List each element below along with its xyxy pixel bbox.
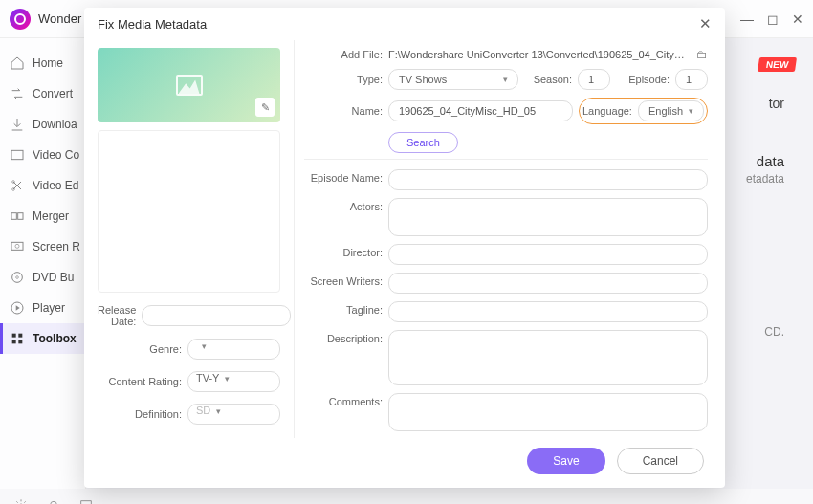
sidebar-label: Video Ed <box>33 179 79 192</box>
release-date-input[interactable] <box>142 305 291 326</box>
svg-point-7 <box>12 273 23 283</box>
close-icon[interactable]: ✕ <box>699 15 712 33</box>
maximize-button[interactable]: ◻ <box>767 12 779 26</box>
actors-label: Actors: <box>304 198 383 212</box>
settings-icon[interactable] <box>13 498 29 504</box>
name-label: Name: <box>304 105 383 117</box>
sidebar-item-video-compressor[interactable]: Video Co <box>0 140 85 170</box>
home-icon <box>10 55 25 71</box>
svg-rect-10 <box>12 334 16 338</box>
svg-rect-13 <box>18 340 22 343</box>
comments-label: Comments: <box>304 393 383 407</box>
svg-point-6 <box>15 244 19 248</box>
episode-label: Episode: <box>616 74 670 85</box>
sidebar-label: Downloa <box>33 118 77 131</box>
screenwriters-label: Screen Writers: <box>304 273 383 287</box>
language-label: Language: <box>582 105 632 117</box>
genre-select[interactable] <box>187 339 280 360</box>
actors-input[interactable] <box>388 198 708 236</box>
modal-footer: Save Cancel <box>84 438 725 488</box>
episode-input[interactable]: 1 <box>675 69 708 90</box>
toolbox-icon <box>10 331 25 346</box>
app-title: Wonder <box>38 11 81 26</box>
sidebar-label: Merger <box>33 209 69 223</box>
language-select[interactable]: English <box>638 100 704 121</box>
bg-text: tor <box>769 96 784 111</box>
sidebar: Home Convert Downloa Video Co Video Ed M… <box>0 38 86 489</box>
sidebar-item-home[interactable]: Home <box>0 48 85 78</box>
footer-bar <box>0 489 813 504</box>
download-icon <box>10 117 25 132</box>
folder-icon[interactable]: 🗀 <box>696 48 708 61</box>
sidebar-item-converter[interactable]: Convert <box>0 78 85 109</box>
image-placeholder-icon <box>176 75 203 96</box>
save-button[interactable]: Save <box>527 448 604 474</box>
scissors-icon <box>10 178 25 193</box>
modal-left-panel: ✎ Release Date: Genre: Content Rating: T… <box>84 40 295 438</box>
svg-rect-11 <box>18 334 22 338</box>
app-logo <box>10 9 31 30</box>
bg-text: CD. <box>764 325 784 339</box>
svg-rect-5 <box>11 242 23 250</box>
sidebar-label: Convert <box>33 87 73 100</box>
tagline-label: Tagline: <box>304 301 383 316</box>
svg-point-8 <box>16 276 19 279</box>
file-path-text: F:\Wondershare UniConverter 13\Converted… <box>388 49 687 60</box>
sidebar-label: Video Co <box>33 148 79 162</box>
edit-preview-button[interactable]: ✎ <box>255 98 275 117</box>
screenwriters-input[interactable] <box>388 273 708 294</box>
search-button[interactable]: Search <box>388 132 458 153</box>
sidebar-label: Home <box>33 56 63 70</box>
record-icon <box>10 239 25 254</box>
sidebar-item-downloader[interactable]: Downloa <box>0 109 85 140</box>
language-highlight: Language: English <box>579 98 708 124</box>
sidebar-item-toolbox[interactable]: Toolbox <box>0 323 85 354</box>
sidebar-item-dvd-burner[interactable]: DVD Bu <box>0 262 85 293</box>
definition-select[interactable]: SD <box>187 404 280 425</box>
svg-rect-3 <box>11 213 16 220</box>
play-icon <box>10 300 25 316</box>
tagline-input[interactable] <box>388 301 708 322</box>
feedback-icon[interactable] <box>78 498 94 504</box>
content-rating-select[interactable]: TV-Y <box>187 371 280 392</box>
sidebar-item-player[interactable]: Player <box>0 293 85 323</box>
content-rating-label: Content Rating: <box>98 376 182 387</box>
sidebar-label: DVD Bu <box>33 271 74 284</box>
episode-name-label: Episode Name: <box>304 169 383 184</box>
modal-header: Fix Media Metadata ✕ <box>84 8 725 40</box>
thumbnail-placeholder <box>98 130 280 293</box>
director-label: Director: <box>304 244 383 258</box>
merge-icon <box>10 208 25 224</box>
bell-icon[interactable] <box>46 498 61 504</box>
disc-icon <box>10 270 25 285</box>
sidebar-label: Player <box>33 301 65 315</box>
sidebar-item-screen-recorder[interactable]: Screen R <box>0 231 85 262</box>
media-preview: ✎ <box>98 48 280 122</box>
cancel-button[interactable]: Cancel <box>617 448 704 474</box>
minimize-button[interactable]: — <box>740 12 754 26</box>
close-window-button[interactable]: ✕ <box>792 12 803 26</box>
season-label: Season: <box>524 74 572 85</box>
fix-metadata-modal: Fix Media Metadata ✕ ✎ Release Date: Gen… <box>84 8 725 488</box>
bg-text: etadata <box>746 172 784 186</box>
director-input[interactable] <box>388 244 708 265</box>
bg-text: data <box>757 153 784 169</box>
genre-label: Genre: <box>98 343 182 355</box>
type-select[interactable]: TV Shows <box>388 69 518 90</box>
episode-name-input[interactable] <box>388 169 708 190</box>
divider <box>304 159 708 160</box>
season-input[interactable]: 1 <box>578 69 610 90</box>
compress-icon <box>10 147 25 163</box>
new-badge: NEW <box>758 57 797 72</box>
addfile-label: Add File: <box>304 49 383 60</box>
description-label: Description: <box>304 330 383 344</box>
name-input[interactable]: 190625_04_CityMisc_HD_05 <box>388 100 573 121</box>
sidebar-item-merger[interactable]: Merger <box>0 201 85 231</box>
modal-title: Fix Media Metadata <box>98 17 207 32</box>
sidebar-item-video-editor[interactable]: Video Ed <box>0 170 85 201</box>
release-date-label: Release Date: <box>98 304 136 327</box>
svg-rect-4 <box>18 213 23 220</box>
description-input[interactable] <box>388 330 708 385</box>
comments-input[interactable] <box>388 393 708 431</box>
sidebar-label: Screen R <box>33 240 80 253</box>
